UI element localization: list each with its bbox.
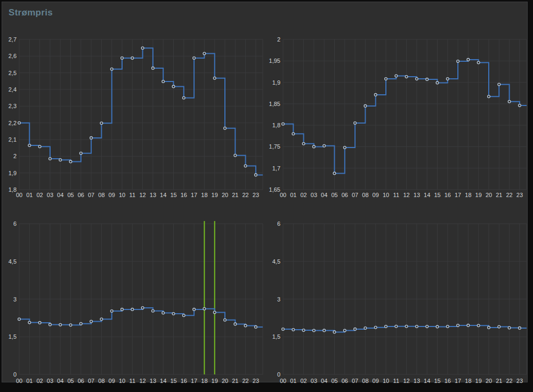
svg-text:22: 22 [242,192,248,198]
svg-text:18: 18 [465,378,471,383]
svg-text:06: 06 [78,192,84,198]
svg-text:13: 13 [414,192,420,198]
svg-text:1,8: 1,8 [272,122,280,128]
svg-text:19: 19 [212,378,218,383]
svg-text:03: 03 [311,192,317,198]
svg-text:2,7: 2,7 [9,36,17,43]
svg-text:23: 23 [253,192,259,198]
svg-text:19: 19 [475,378,482,383]
svg-text:08: 08 [98,192,104,198]
svg-text:05: 05 [331,378,337,383]
chart-price-bottom-left[interactable]: 64,531,500001020304050607080910111213141… [3,206,266,383]
svg-text:1,65: 1,65 [269,186,280,193]
svg-text:04: 04 [321,192,327,198]
svg-text:21: 21 [232,192,238,198]
chart-price-bottom-right[interactable]: 64,531,500001020304050607080910111213141… [266,206,530,383]
svg-text:17: 17 [455,378,461,383]
svg-text:13: 13 [150,378,156,383]
svg-text:15: 15 [170,192,176,198]
svg-text:1,7: 1,7 [272,165,280,172]
panel-title: Strømpris [9,7,53,18]
svg-text:06: 06 [342,192,348,198]
svg-text:05: 05 [67,378,74,383]
svg-text:1,9: 1,9 [9,170,17,176]
dashboard-card: Strømpris 2,72,62,52,42,32,22,121,91,800… [2,2,528,382]
svg-text:20: 20 [486,192,492,198]
svg-text:22: 22 [242,378,248,383]
chart-price-top-left[interactable]: 2,72,62,52,42,32,22,121,91,8000102030405… [3,23,266,206]
svg-text:22: 22 [506,378,512,383]
svg-text:14: 14 [424,192,430,198]
svg-text:21: 21 [496,378,502,383]
svg-text:4,5: 4,5 [9,258,17,265]
svg-text:1,8: 1,8 [9,186,17,193]
svg-text:12: 12 [403,192,409,198]
svg-text:2,3: 2,3 [9,103,17,109]
svg-text:10: 10 [383,378,389,383]
svg-text:3: 3 [277,296,280,303]
svg-text:14: 14 [424,378,430,383]
svg-text:05: 05 [67,192,74,198]
svg-text:16: 16 [445,192,451,198]
svg-text:00: 00 [16,378,22,383]
svg-text:11: 11 [130,378,135,383]
svg-text:04: 04 [57,192,63,198]
svg-text:23: 23 [516,378,523,383]
svg-text:02: 02 [300,192,306,198]
svg-text:20: 20 [222,378,228,383]
svg-text:1,75: 1,75 [269,143,280,150]
svg-text:1,85: 1,85 [269,101,280,107]
svg-text:18: 18 [465,192,471,198]
svg-text:09: 09 [109,192,115,198]
svg-text:1,95: 1,95 [269,58,280,64]
svg-text:13: 13 [150,192,156,198]
svg-text:22: 22 [506,192,512,198]
svg-text:03: 03 [47,378,53,383]
svg-text:18: 18 [201,192,207,198]
svg-text:15: 15 [434,378,440,383]
svg-text:2,2: 2,2 [9,120,17,126]
svg-text:12: 12 [403,378,409,383]
svg-text:12: 12 [139,378,146,383]
svg-text:00: 00 [280,378,286,383]
svg-text:2: 2 [13,153,17,159]
svg-text:2,5: 2,5 [9,70,17,76]
svg-text:06: 06 [78,378,84,383]
svg-text:16: 16 [181,378,187,383]
svg-text:08: 08 [98,378,104,383]
svg-text:19: 19 [212,192,218,198]
svg-text:1,5: 1,5 [9,333,17,340]
svg-text:16: 16 [181,192,187,198]
svg-text:04: 04 [57,378,63,383]
svg-text:08: 08 [362,192,368,198]
svg-text:11: 11 [130,192,135,198]
svg-text:17: 17 [191,192,197,198]
svg-text:01: 01 [290,192,296,198]
chart-price-top-right[interactable]: 21,951,91,851,81,751,71,6500010203040506… [266,23,530,206]
svg-text:3: 3 [13,296,17,303]
svg-text:09: 09 [109,378,115,383]
svg-text:06: 06 [342,378,348,383]
svg-text:07: 07 [88,378,94,383]
svg-text:09: 09 [373,378,379,383]
svg-text:07: 07 [88,192,94,198]
svg-text:02: 02 [36,192,43,198]
svg-text:14: 14 [160,192,166,198]
svg-text:2,1: 2,1 [9,136,17,143]
svg-text:05: 05 [331,192,337,198]
svg-text:20: 20 [486,378,492,383]
svg-text:4,5: 4,5 [272,258,280,265]
svg-text:0: 0 [277,371,280,378]
svg-text:10: 10 [383,192,389,198]
svg-text:2,4: 2,4 [9,86,17,93]
svg-text:12: 12 [139,192,146,198]
svg-text:2,6: 2,6 [9,53,17,59]
svg-text:08: 08 [362,378,368,383]
svg-text:03: 03 [47,192,53,198]
svg-text:01: 01 [26,378,33,383]
svg-text:04: 04 [321,378,327,383]
svg-text:18: 18 [201,378,207,383]
svg-text:02: 02 [36,378,43,383]
svg-text:11: 11 [393,192,399,198]
svg-text:07: 07 [352,192,358,198]
